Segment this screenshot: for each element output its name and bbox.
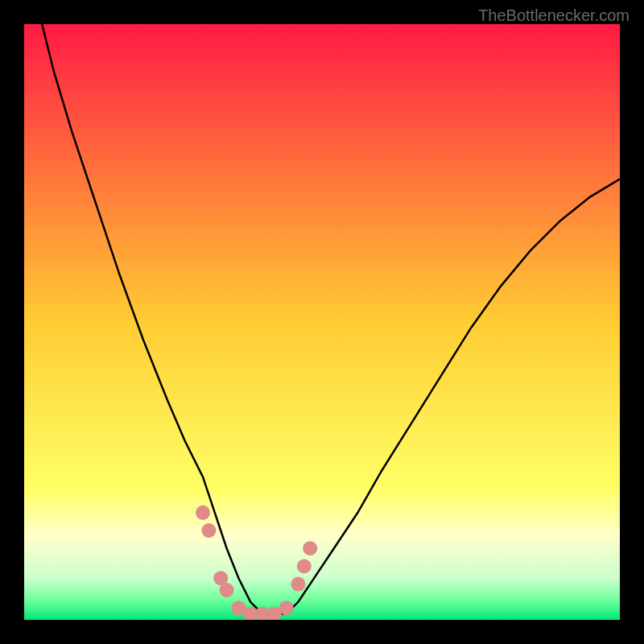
marker-dot <box>220 583 234 597</box>
watermark-text: TheBottlenecker.com <box>478 6 630 25</box>
marker-dot <box>303 541 317 555</box>
marker-dot <box>291 577 305 592</box>
bottleneck-chart <box>24 24 620 620</box>
marker-dot <box>201 523 216 538</box>
marker-dot <box>279 601 294 615</box>
chart-background <box>24 24 620 620</box>
marker-dot <box>297 559 312 573</box>
marker-dot <box>196 506 210 520</box>
